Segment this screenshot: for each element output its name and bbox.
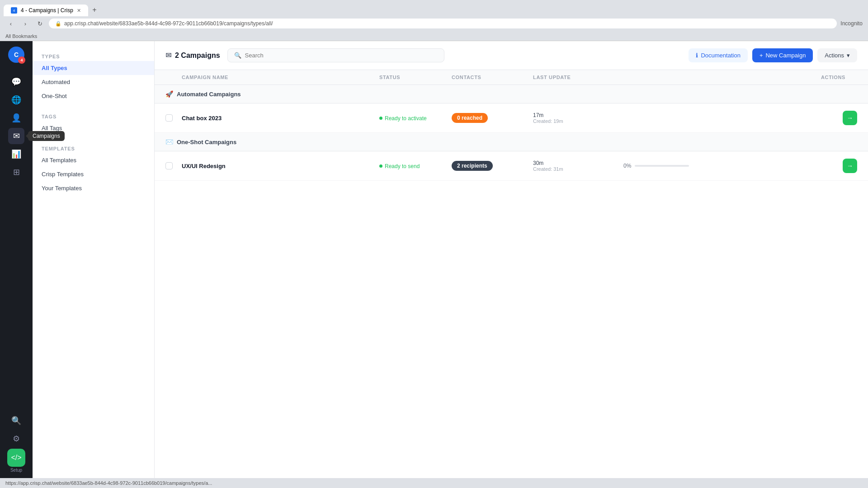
sidebar: TYPES All Types Automated One-Shot TAGS …	[33, 41, 155, 478]
status-text: Ready to send	[385, 163, 420, 169]
status-dot-green	[379, 164, 382, 168]
email-icon: ✉	[165, 51, 171, 60]
table-header: CAMPAIGN NAME STATUS CONTACTS LAST UPDAT…	[155, 70, 868, 85]
progress-bar	[635, 165, 689, 167]
active-tab[interactable]: 4 4 - Campaigns | Crisp ✕	[4, 5, 88, 16]
row-action-button[interactable]: →	[843, 159, 857, 173]
bookmarks-bar: All Bookmarks	[0, 33, 868, 41]
notification-badge: 4	[18, 56, 25, 64]
lock-icon: 🔒	[55, 21, 61, 27]
col-campaign-name: CAMPAIGN NAME	[182, 75, 379, 80]
row-checkbox[interactable]	[165, 162, 182, 169]
table-row: Chat box 2023 Ready to activate 0 reache…	[155, 103, 868, 133]
url-text: app.crisp.chat/website/6833ae5b-844d-4c9…	[64, 20, 273, 27]
setup-label: Setup	[10, 468, 22, 473]
automated-section-header: 🚀 Automated Campaigns	[155, 85, 868, 103]
analytics-icon[interactable]: 📊	[8, 146, 24, 162]
campaigns-icon[interactable]: ✉	[8, 128, 24, 144]
time-label: 30m	[533, 160, 623, 166]
new-tab-button[interactable]: +	[88, 4, 101, 16]
sidebar-item-crisp-templates[interactable]: Crisp Templates	[33, 167, 154, 181]
address-bar[interactable]: 🔒 app.crisp.chat/website/6833ae5b-844d-4…	[49, 19, 837, 28]
rocket-icon: 🚀	[165, 90, 173, 98]
search-icon: 🔍	[234, 52, 241, 59]
documentation-button[interactable]: ℹ Documentation	[689, 48, 747, 62]
search-icon[interactable]: 🔍	[8, 413, 24, 429]
bookmarks-label: All Bookmarks	[5, 33, 37, 39]
time-sub-label: Created: 31m	[533, 166, 623, 172]
settings-icon[interactable]: ⚙	[8, 431, 24, 447]
chevron-down-icon: ▾	[847, 52, 850, 59]
contacts-badge: 0 reached	[452, 113, 488, 123]
status-url: https://app.crisp.chat/website/6833ae5b-…	[5, 480, 863, 486]
forward-button[interactable]: ›	[20, 18, 31, 29]
reload-button[interactable]: ↻	[34, 18, 45, 29]
templates-section-title: TEMPLATES	[33, 142, 154, 153]
time-sub-label: Created: 19m	[533, 118, 623, 124]
avatar[interactable]: C 4	[8, 47, 24, 63]
page-title: ✉ 2 Campaigns	[165, 51, 220, 60]
progress-container: 0%	[623, 163, 821, 169]
tab-title: 4 - Campaigns | Crisp	[21, 7, 73, 14]
time-label: 17m	[533, 112, 623, 118]
campaigns-table: CAMPAIGN NAME STATUS CONTACTS LAST UPDAT…	[155, 70, 868, 478]
status-bar: https://app.crisp.chat/website/6833ae5b-…	[0, 478, 868, 488]
plus-icon: +	[760, 52, 763, 59]
status-badge: Ready to send	[379, 163, 420, 169]
tab-favicon: 4	[11, 7, 17, 14]
status-text: Ready to activate	[385, 115, 427, 122]
col-last-update: LAST UPDATE	[533, 75, 623, 80]
email-section-icon: ✉️	[165, 138, 173, 145]
one-shot-section-label: One-Shot Campaigns	[177, 139, 236, 145]
setup-button[interactable]: </>	[7, 449, 25, 467]
sidebar-item-your-templates[interactable]: Your Templates	[33, 181, 154, 195]
topbar: ✉ 2 Campaigns 🔍 ℹ Documentation + New Ca…	[155, 41, 868, 70]
status-dot-green	[379, 117, 382, 120]
sidebar-item-all-templates[interactable]: All Templates	[33, 153, 154, 167]
progress-label: 0%	[623, 163, 631, 169]
info-icon: ℹ	[696, 52, 698, 59]
sidebar-item-one-shot[interactable]: One-Shot	[33, 89, 154, 103]
setup-section: </> Setup	[7, 449, 25, 473]
campaigns-tooltip: Campaigns	[28, 131, 65, 141]
col-actions: ACTIONS	[821, 75, 857, 80]
table-row: UX/UI Redesign Ready to send 2 recipient…	[155, 151, 868, 181]
col-contacts: CONTACTS	[452, 75, 533, 80]
campaign-name: UX/UI Redesign	[182, 163, 379, 169]
icon-rail: C 4 💬 🌐 👤 ✉ Campaigns 📊 ⊞ 🔍 ⚙ </> Setup	[0, 41, 33, 478]
col-status: STATUS	[379, 75, 452, 80]
address-bar-row: ‹ › ↻ 🔒 app.crisp.chat/website/6833ae5b-…	[0, 16, 868, 33]
topbar-actions: ℹ Documentation + New Campaign Actions ▾	[689, 48, 857, 62]
chat-icon[interactable]: 💬	[8, 74, 24, 90]
new-campaign-button[interactable]: + New Campaign	[752, 48, 813, 62]
tags-section-title: TAGS	[33, 110, 154, 121]
search-input[interactable]	[245, 52, 438, 59]
sidebar-item-automated[interactable]: Automated	[33, 75, 154, 89]
automated-section-label: Automated Campaigns	[177, 91, 241, 98]
search-bar[interactable]: 🔍	[227, 48, 444, 62]
browser-tabs: 4 4 - Campaigns | Crisp ✕ +	[0, 0, 868, 16]
actions-button[interactable]: Actions ▾	[817, 48, 857, 62]
back-button[interactable]: ‹	[5, 18, 16, 29]
campaign-name: Chat box 2023	[182, 115, 379, 122]
app-container: C 4 💬 🌐 👤 ✉ Campaigns 📊 ⊞ 🔍 ⚙ </> Setup …	[0, 41, 868, 478]
main-content: ✉ 2 Campaigns 🔍 ℹ Documentation + New Ca…	[155, 41, 868, 478]
row-action-button[interactable]: →	[843, 111, 857, 125]
contacts-icon[interactable]: 👤	[8, 110, 24, 126]
types-section-title: TYPES	[33, 50, 154, 61]
tab-close-button[interactable]: ✕	[77, 8, 81, 14]
incognito-label: Incognito	[840, 20, 863, 27]
globe-icon[interactable]: 🌐	[8, 92, 24, 108]
status-badge: Ready to activate	[379, 115, 427, 122]
row-checkbox[interactable]	[165, 114, 182, 122]
plugins-icon[interactable]: ⊞	[8, 164, 24, 180]
campaign-count-label: 2 Campaigns	[175, 52, 220, 60]
one-shot-section-header: ✉️ One-Shot Campaigns	[155, 133, 868, 151]
sidebar-item-all-types[interactable]: All Types	[33, 61, 154, 75]
contacts-badge: 2 recipients	[452, 161, 493, 171]
